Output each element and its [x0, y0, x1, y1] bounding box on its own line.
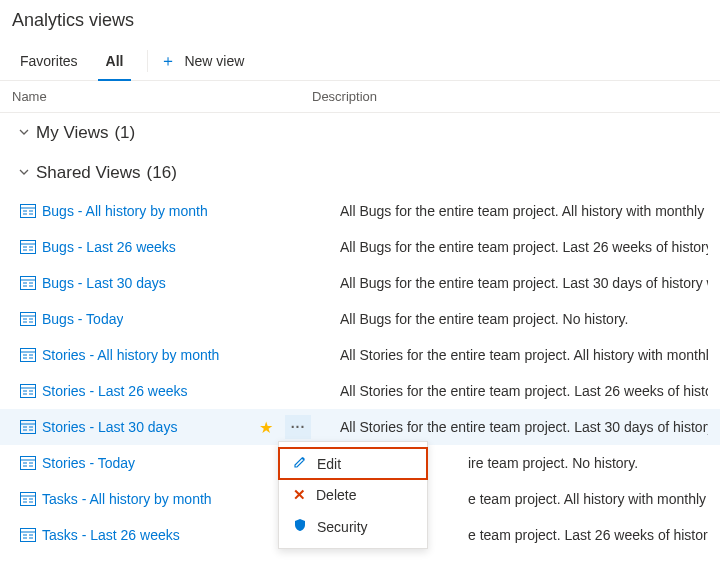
analytics-view-icon [20, 312, 36, 326]
svg-rect-6 [21, 241, 36, 254]
analytics-view-icon [20, 276, 36, 290]
page-title: Analytics views [12, 10, 708, 31]
tab-favorites[interactable]: Favorites [12, 41, 86, 81]
table-row[interactable]: Bugs - Last 26 weeksAll Bugs for the ent… [0, 229, 720, 265]
menu-item-security-label: Security [317, 519, 368, 535]
section-my-views-label: My Views [36, 123, 108, 143]
analytics-view-icon [20, 384, 36, 398]
view-description: ire team project. No history. [468, 455, 708, 471]
analytics-view-icon [20, 240, 36, 254]
view-name-link[interactable]: Stories - Last 26 weeks [42, 383, 188, 399]
menu-item-delete[interactable]: ✕ Delete [279, 479, 427, 511]
new-view-button[interactable]: ＋ New view [160, 53, 244, 69]
table-row[interactable]: Stories - Last 30 days★···All Stories fo… [0, 409, 720, 445]
view-description: e team project. Last 26 weeks of history… [468, 527, 708, 543]
chevron-down-icon [18, 123, 30, 143]
table-row[interactable]: Bugs - Last 30 daysAll Bugs for the enti… [0, 265, 720, 301]
analytics-view-icon [20, 348, 36, 362]
svg-rect-24 [21, 349, 36, 362]
svg-rect-54 [21, 529, 36, 542]
context-menu: Edit ✕ Delete Security [278, 441, 428, 549]
svg-rect-48 [21, 493, 36, 506]
view-description: e team project. All history with monthly… [468, 491, 708, 507]
view-description: All Stories for the entire team project.… [340, 383, 708, 399]
favorite-star-icon[interactable]: ★ [259, 418, 273, 437]
svg-rect-0 [21, 205, 36, 218]
pencil-icon [293, 455, 307, 472]
table-row[interactable]: Bugs - All history by monthAll Bugs for … [0, 193, 720, 229]
svg-rect-18 [21, 313, 36, 326]
analytics-view-icon [20, 492, 36, 506]
tab-all[interactable]: All [98, 41, 132, 81]
view-name-link[interactable]: Stories - All history by month [42, 347, 219, 363]
section-shared-views-label: Shared Views [36, 163, 141, 183]
table-row[interactable]: Bugs - TodayAll Bugs for the entire team… [0, 301, 720, 337]
view-name-link[interactable]: Stories - Last 30 days [42, 419, 177, 435]
view-name-link[interactable]: Bugs - All history by month [42, 203, 208, 219]
view-description: All Stories for the entire team project.… [340, 419, 708, 435]
section-my-views[interactable]: My Views (1) [0, 113, 720, 153]
view-name-link[interactable]: Bugs - Today [42, 311, 123, 327]
view-name-link[interactable]: Bugs - Last 26 weeks [42, 239, 176, 255]
section-shared-views[interactable]: Shared Views (16) [0, 153, 720, 193]
shield-icon [293, 518, 307, 535]
analytics-view-icon [20, 528, 36, 542]
toolbar: Favorites All ＋ New view [0, 41, 720, 81]
view-name-link[interactable]: Tasks - Last 26 weeks [42, 527, 180, 543]
chevron-down-icon [18, 163, 30, 183]
svg-rect-42 [21, 457, 36, 470]
view-name-link[interactable]: Tasks - All history by month [42, 491, 212, 507]
analytics-view-icon [20, 456, 36, 470]
section-shared-views-count: (16) [147, 163, 177, 183]
svg-rect-36 [21, 421, 36, 434]
analytics-view-icon [20, 420, 36, 434]
more-actions-button[interactable]: ··· [285, 415, 311, 439]
view-description: All Bugs for the entire team project. No… [340, 311, 708, 327]
menu-item-edit-label: Edit [317, 456, 341, 472]
svg-rect-30 [21, 385, 36, 398]
view-description: All Bugs for the entire team project. Al… [340, 203, 708, 219]
column-headers: Name Description [0, 81, 720, 113]
x-icon: ✕ [293, 486, 306, 504]
plus-icon: ＋ [160, 53, 176, 69]
view-name-link[interactable]: Bugs - Last 30 days [42, 275, 166, 291]
table-row[interactable]: Stories - Last 26 weeksAll Stories for t… [0, 373, 720, 409]
svg-rect-12 [21, 277, 36, 290]
table-row[interactable]: Stories - All history by monthAll Storie… [0, 337, 720, 373]
view-name-link[interactable]: Stories - Today [42, 455, 135, 471]
new-view-label: New view [184, 53, 244, 69]
section-my-views-count: (1) [114, 123, 135, 143]
toolbar-separator [147, 50, 148, 72]
view-description: All Bugs for the entire team project. La… [340, 239, 708, 255]
view-description: All Stories for the entire team project.… [340, 347, 708, 363]
analytics-view-icon [20, 204, 36, 218]
menu-item-security[interactable]: Security [279, 511, 427, 542]
view-description: All Bugs for the entire team project. La… [340, 275, 708, 291]
menu-item-edit[interactable]: Edit [279, 448, 427, 479]
column-name[interactable]: Name [12, 89, 312, 104]
menu-item-delete-label: Delete [316, 487, 356, 503]
column-description[interactable]: Description [312, 89, 708, 104]
